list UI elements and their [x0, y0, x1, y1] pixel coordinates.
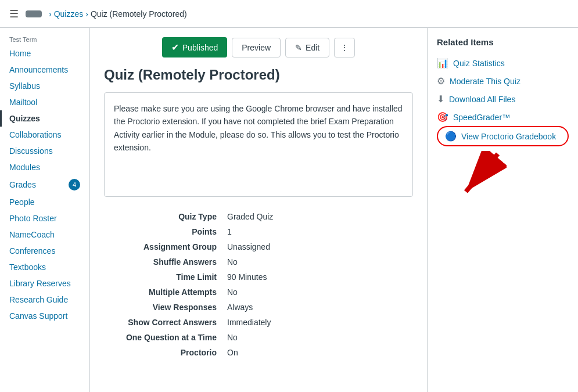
- sidebar-item-research-guide[interactable]: Research Guide: [0, 292, 89, 308]
- published-button[interactable]: ✔ Published: [162, 37, 228, 57]
- published-label: Published: [182, 43, 218, 52]
- annotation-arrow: [437, 151, 569, 203]
- detail-label: Time Limit: [105, 270, 221, 284]
- related-item-3[interactable]: 🎯SpeedGrader™: [437, 108, 569, 126]
- related-item-2[interactable]: ⬇Download All Files: [437, 90, 569, 108]
- sidebar-item-discussions[interactable]: Discussions: [0, 143, 89, 159]
- sidebar-item-library-reserves[interactable]: Library Reserves: [0, 275, 89, 292]
- sidebar-item-mailtool[interactable]: Mailtool: [0, 94, 89, 110]
- detail-label: Points: [105, 225, 221, 239]
- quiz-details-table: Quiz TypeGraded QuizPoints1Assignment Gr…: [104, 208, 413, 361]
- quiz-detail-row: Time Limit90 Minutes: [105, 270, 412, 284]
- breadcrumb-separator: ›: [49, 9, 52, 19]
- related-item-icon: 🎯: [437, 112, 448, 123]
- detail-value: No: [222, 285, 412, 299]
- edit-button[interactable]: Edit: [285, 38, 329, 57]
- detail-value: No: [222, 330, 412, 344]
- quiz-detail-row: One Question at a TimeNo: [105, 330, 412, 344]
- detail-label: Assignment Group: [105, 240, 221, 254]
- related-item-label: SpeedGrader™: [453, 113, 510, 122]
- related-item-label: View Proctorio Gradebook: [461, 132, 556, 141]
- hamburger-menu-icon[interactable]: ☰: [9, 8, 19, 20]
- detail-value: Unassigned: [222, 240, 412, 254]
- checkmark-icon: ✔: [171, 42, 179, 53]
- detail-value: 90 Minutes: [222, 270, 412, 284]
- detail-label: Show Correct Answers: [105, 315, 221, 329]
- detail-value: Always: [222, 300, 412, 314]
- detail-value: No: [222, 255, 412, 269]
- quiz-detail-row: ProctorioOn: [105, 346, 412, 359]
- course-name[interactable]: [26, 10, 42, 17]
- preview-button[interactable]: Preview: [232, 38, 281, 57]
- main-content-area: ✔ Published Preview Edit ⋮ Quiz (Remotel…: [90, 28, 427, 392]
- sidebar-item-syllabus[interactable]: Syllabus: [0, 78, 89, 94]
- sidebar-item-people[interactable]: People: [0, 194, 89, 210]
- related-item-1[interactable]: ⚙Moderate This Quiz: [437, 72, 569, 90]
- sidebar-item-announcements[interactable]: Announcements: [0, 62, 89, 78]
- related-item-0[interactable]: 📊Quiz Statistics: [437, 54, 569, 72]
- edit-icon: [295, 43, 302, 52]
- quiz-description: Please make sure you are using the Googl…: [104, 92, 413, 197]
- related-item-icon: 🔵: [445, 131, 457, 142]
- related-item-label: Download All Files: [449, 95, 515, 104]
- detail-value: Immediately: [222, 315, 412, 329]
- quiz-detail-row: Assignment GroupUnassigned: [105, 240, 412, 254]
- sidebar-item-textbooks[interactable]: Textbooks: [0, 259, 89, 275]
- more-icon: ⋮: [340, 43, 349, 52]
- sidebar-item-conferences[interactable]: Conferences: [0, 243, 89, 259]
- detail-label: One Question at a Time: [105, 330, 221, 344]
- related-item-icon: 📊: [437, 57, 448, 69]
- preview-label: Preview: [242, 43, 271, 52]
- quiz-detail-row: Quiz TypeGraded Quiz: [105, 210, 412, 224]
- quiz-detail-row: View ResponsesAlways: [105, 300, 412, 314]
- top-navigation: ☰ › Quizzes › Quiz (Remotely Proctored): [0, 0, 578, 28]
- sidebar-item-namecoach[interactable]: NameCoach: [0, 226, 89, 243]
- quiz-detail-row: Multiple AttemptsNo: [105, 285, 412, 299]
- quiz-detail-row: Points1: [105, 225, 412, 239]
- related-item-4[interactable]: 🔵View Proctorio Gradebook: [437, 126, 569, 146]
- related-item-icon: ⬇: [437, 93, 444, 105]
- sidebar-term: Test Term: [0, 33, 89, 45]
- breadcrumb-separator-2: ›: [85, 9, 88, 19]
- related-item-label: Quiz Statistics: [453, 59, 505, 68]
- red-arrow-icon: [454, 151, 507, 203]
- sidebar-item-home[interactable]: Home: [0, 45, 89, 62]
- sidebar-item-quizzes[interactable]: Quizzes: [0, 110, 89, 127]
- quiz-toolbar: ✔ Published Preview Edit ⋮: [104, 37, 413, 57]
- breadcrumb-quizzes[interactable]: Quizzes: [54, 9, 84, 19]
- quiz-title: Quiz (Remotely Proctored): [104, 67, 413, 83]
- more-options-button[interactable]: ⋮: [334, 38, 355, 57]
- quiz-detail-row: Shuffle AnswersNo: [105, 255, 412, 269]
- svg-line-1: [466, 154, 498, 192]
- breadcrumb-current-page: Quiz (Remotely Proctored): [91, 9, 187, 19]
- sidebar-item-collaborations[interactable]: Collaborations: [0, 127, 89, 143]
- related-item-icon: ⚙: [437, 75, 445, 87]
- sidebar-item-modules[interactable]: Modules: [0, 159, 89, 175]
- edit-label: Edit: [306, 43, 319, 52]
- sidebar: Test Term Home Announcements Syllabus Ma…: [0, 28, 90, 392]
- main-layout: Test Term Home Announcements Syllabus Ma…: [0, 28, 578, 392]
- grades-badge: 4: [69, 179, 80, 190]
- quiz-detail-row: Show Correct AnswersImmediately: [105, 315, 412, 329]
- sidebar-item-photo-roster[interactable]: Photo Roster: [0, 210, 89, 226]
- sidebar-item-grades[interactable]: Grades 4: [0, 175, 89, 194]
- detail-value: Graded Quiz: [222, 210, 412, 224]
- detail-label: Quiz Type: [105, 210, 221, 224]
- detail-label: View Responses: [105, 300, 221, 314]
- related-item-label: Moderate This Quiz: [450, 77, 520, 86]
- sidebar-item-canvas-support[interactable]: Canvas Support: [0, 308, 89, 324]
- detail-label: Multiple Attempts: [105, 285, 221, 299]
- detail-value: 1: [222, 225, 412, 239]
- right-panel: Related Items 📊Quiz Statistics⚙Moderate …: [427, 28, 578, 392]
- detail-value: On: [222, 346, 412, 359]
- detail-label: Proctorio: [105, 346, 221, 359]
- related-items-title: Related Items: [437, 37, 569, 47]
- detail-label: Shuffle Answers: [105, 255, 221, 269]
